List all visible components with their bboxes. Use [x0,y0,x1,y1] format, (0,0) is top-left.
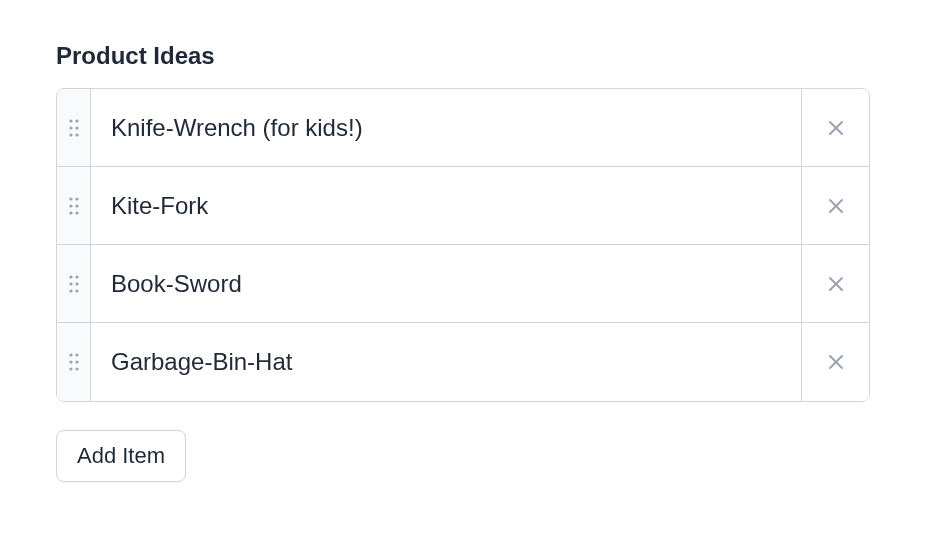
svg-point-28 [69,367,72,370]
list-item-label: Book-Sword [91,245,801,322]
svg-point-26 [69,360,72,363]
svg-point-1 [75,119,78,122]
svg-point-20 [69,289,72,292]
list-item-label: Knife-Wrench (for kids!) [91,89,801,166]
svg-point-5 [75,133,78,136]
svg-point-8 [69,197,72,200]
svg-point-27 [75,360,78,363]
drag-handle-icon[interactable] [57,245,91,322]
svg-point-25 [75,353,78,356]
svg-point-10 [69,204,72,207]
product-ideas-list: Knife-Wrench (for kids!) Kite-Fork [56,88,870,402]
remove-item-button[interactable] [801,167,869,244]
list-item: Book-Sword [57,245,869,323]
add-item-button[interactable]: Add Item [56,430,186,482]
list-item: Garbage-Bin-Hat [57,323,869,401]
remove-item-button[interactable] [801,89,869,166]
svg-point-13 [75,211,78,214]
drag-handle-icon[interactable] [57,167,91,244]
svg-point-11 [75,204,78,207]
svg-point-3 [75,126,78,129]
svg-point-24 [69,353,72,356]
list-item: Kite-Fork [57,167,869,245]
section-title: Product Ideas [56,42,870,70]
svg-point-21 [75,289,78,292]
list-item-label: Garbage-Bin-Hat [91,323,801,401]
svg-point-29 [75,367,78,370]
list-item: Knife-Wrench (for kids!) [57,89,869,167]
svg-point-19 [75,282,78,285]
svg-point-17 [75,275,78,278]
svg-point-4 [69,133,72,136]
svg-point-9 [75,197,78,200]
drag-handle-icon[interactable] [57,323,91,401]
remove-item-button[interactable] [801,323,869,401]
svg-point-2 [69,126,72,129]
svg-point-18 [69,282,72,285]
svg-point-16 [69,275,72,278]
drag-handle-icon[interactable] [57,89,91,166]
list-item-label: Kite-Fork [91,167,801,244]
remove-item-button[interactable] [801,245,869,322]
svg-point-12 [69,211,72,214]
svg-point-0 [69,119,72,122]
